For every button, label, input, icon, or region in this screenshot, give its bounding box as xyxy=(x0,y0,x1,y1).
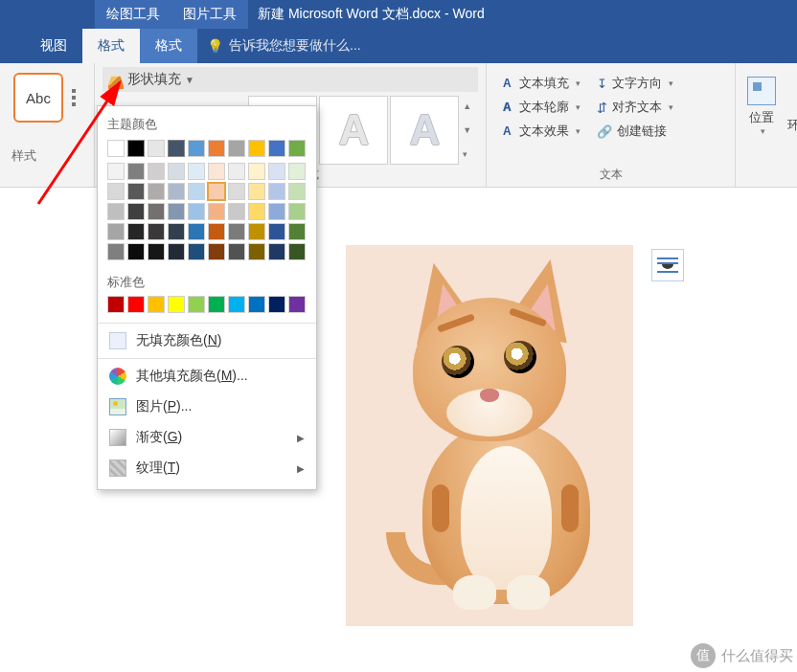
theme-tint-swatch[interactable] xyxy=(107,243,125,260)
standard-color-swatch[interactable] xyxy=(248,296,265,313)
standard-color-swatch[interactable] xyxy=(168,296,185,313)
standard-color-swatch[interactable] xyxy=(288,296,306,313)
theme-tint-swatch[interactable] xyxy=(208,183,225,200)
create-link-button[interactable]: 🔗创建链接 xyxy=(597,121,673,142)
theme-tint-swatch[interactable] xyxy=(248,163,265,180)
bucket-icon xyxy=(108,72,124,87)
theme-tint-swatch[interactable] xyxy=(107,163,125,180)
theme-tint-swatch[interactable] xyxy=(288,163,306,180)
theme-color-swatch[interactable] xyxy=(208,140,225,157)
theme-tint-swatch[interactable] xyxy=(288,203,306,220)
theme-tint-swatch[interactable] xyxy=(127,243,145,260)
theme-tint-swatch[interactable] xyxy=(148,243,165,260)
gallery-more-icon[interactable] xyxy=(69,73,82,123)
theme-color-swatch[interactable] xyxy=(288,140,306,157)
standard-color-swatch[interactable] xyxy=(228,296,245,313)
theme-color-swatch[interactable] xyxy=(228,140,245,157)
theme-tint-swatch[interactable] xyxy=(208,223,225,240)
theme-tint-swatch[interactable] xyxy=(288,243,306,260)
theme-tint-swatch[interactable] xyxy=(188,243,205,260)
theme-tint-swatch[interactable] xyxy=(248,183,265,200)
theme-tint-swatch[interactable] xyxy=(228,183,245,200)
tab-view[interactable]: 视图 xyxy=(25,29,82,63)
theme-tint-swatch[interactable] xyxy=(208,243,225,260)
text-effects-button[interactable]: A文本效果▾ xyxy=(496,121,583,142)
standard-color-swatch[interactable] xyxy=(268,296,285,313)
document-image[interactable] xyxy=(346,245,633,626)
text-outline-button[interactable]: A文本轮廓▾ xyxy=(496,97,583,118)
tab-format-drawing[interactable]: 格式 xyxy=(82,29,140,63)
align-text-button[interactable]: ⇵对齐文本▾ xyxy=(597,97,673,118)
theme-tint-swatch[interactable] xyxy=(168,183,185,200)
theme-tint-swatch[interactable] xyxy=(148,183,165,200)
text-direction-button[interactable]: ↧文字方向▾ xyxy=(597,73,673,94)
standard-color-swatch[interactable] xyxy=(127,296,145,313)
theme-tint-swatch[interactable] xyxy=(188,163,205,180)
text-fill-button[interactable]: A文本填充▾ xyxy=(496,73,583,94)
theme-color-swatch[interactable] xyxy=(168,140,185,157)
theme-tint-swatch[interactable] xyxy=(107,183,125,200)
shape-fill-button[interactable]: 形状填充 ▼ xyxy=(102,67,478,92)
theme-tint-swatch[interactable] xyxy=(268,203,285,220)
theme-tint-swatch[interactable] xyxy=(288,223,306,240)
theme-tint-swatch[interactable] xyxy=(268,183,285,200)
theme-tint-swatch[interactable] xyxy=(148,163,165,180)
position-button[interactable]: 位置 ▾ xyxy=(743,67,780,136)
tab-format-picture[interactable]: 格式 xyxy=(140,29,197,63)
standard-color-swatch[interactable] xyxy=(107,296,125,313)
theme-color-swatch[interactable] xyxy=(148,140,165,157)
theme-color-swatch[interactable] xyxy=(127,140,145,157)
theme-color-swatch[interactable] xyxy=(248,140,265,157)
theme-tint-swatch[interactable] xyxy=(228,223,245,240)
theme-tint-swatch[interactable] xyxy=(148,203,165,220)
theme-tint-swatch[interactable] xyxy=(168,223,185,240)
wordart-gallery-scroll[interactable]: ▲▼▾ xyxy=(461,96,478,165)
theme-tint-swatch[interactable] xyxy=(148,223,165,240)
theme-color-swatch[interactable] xyxy=(188,140,205,157)
theme-tint-swatch[interactable] xyxy=(188,183,205,200)
more-fill-colors-item[interactable]: 其他填充颜色(M)... xyxy=(103,361,310,392)
standard-color-swatch[interactable] xyxy=(208,296,225,313)
theme-tint-swatch[interactable] xyxy=(248,203,265,220)
standard-color-swatch[interactable] xyxy=(188,296,205,313)
theme-tint-swatch[interactable] xyxy=(168,243,185,260)
wordart-style-3[interactable]: A xyxy=(390,96,459,165)
theme-tint-swatch[interactable] xyxy=(127,223,145,240)
theme-tint-swatch[interactable] xyxy=(107,223,125,240)
gradient-fill-item[interactable]: 渐变(G) ▶ xyxy=(103,422,310,453)
theme-tint-swatch[interactable] xyxy=(127,163,145,180)
theme-tint-swatch[interactable] xyxy=(228,243,245,260)
theme-tint-swatch[interactable] xyxy=(127,203,145,220)
theme-tint-swatch[interactable] xyxy=(168,163,185,180)
texture-fill-item[interactable]: 纹理(T) ▶ xyxy=(103,453,310,483)
theme-tint-swatch[interactable] xyxy=(208,163,225,180)
submenu-arrow-icon: ▶ xyxy=(297,463,305,474)
theme-tint-swatch[interactable] xyxy=(208,203,225,220)
contextual-tab-drawing-tools[interactable]: 绘图工具 xyxy=(95,0,171,29)
shape-style-thumbnail[interactable]: Abc xyxy=(13,73,63,123)
svg-rect-2 xyxy=(657,262,678,264)
theme-tint-swatch[interactable] xyxy=(268,163,285,180)
theme-tint-swatch[interactable] xyxy=(228,203,245,220)
theme-tint-swatch[interactable] xyxy=(127,183,145,200)
wordart-style-2[interactable]: A xyxy=(319,96,388,165)
theme-color-swatch[interactable] xyxy=(268,140,285,157)
theme-tint-swatch[interactable] xyxy=(248,243,265,260)
no-fill-item[interactable]: 无填充颜色(N) xyxy=(103,325,310,356)
standard-color-swatch[interactable] xyxy=(148,296,165,313)
wrap-text-button-partial[interactable]: 环 xyxy=(787,63,797,187)
picture-fill-item[interactable]: 图片(P)... xyxy=(103,392,310,422)
theme-tint-swatch[interactable] xyxy=(268,223,285,240)
theme-color-swatch[interactable] xyxy=(107,140,125,157)
theme-tint-swatch[interactable] xyxy=(288,183,306,200)
theme-tint-swatch[interactable] xyxy=(248,223,265,240)
theme-tint-swatch[interactable] xyxy=(168,203,185,220)
theme-tint-swatch[interactable] xyxy=(228,163,245,180)
theme-tint-swatch[interactable] xyxy=(188,203,205,220)
theme-tint-swatch[interactable] xyxy=(107,203,125,220)
theme-tint-swatch[interactable] xyxy=(188,223,205,240)
theme-tint-swatch[interactable] xyxy=(268,243,285,260)
contextual-tab-picture-tools[interactable]: 图片工具 xyxy=(171,0,248,29)
layout-options-button[interactable] xyxy=(651,249,684,281)
tell-me-search[interactable]: 💡 告诉我您想要做什么... xyxy=(197,29,371,63)
